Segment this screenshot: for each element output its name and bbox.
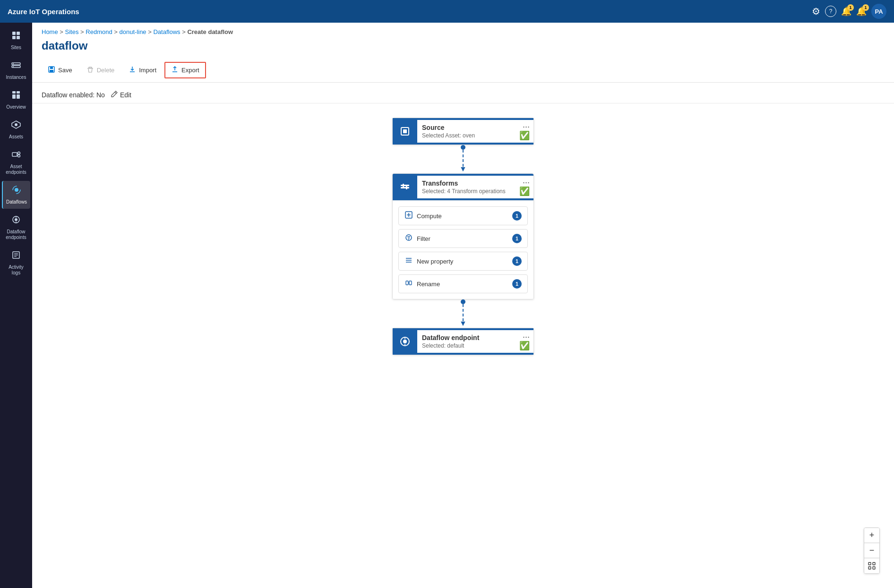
svg-rect-62: [873, 562, 875, 565]
sidebar-item-assets[interactable]: Assets: [2, 116, 30, 144]
filter-label: Filter: [417, 235, 430, 242]
svg-point-15: [18, 152, 20, 154]
svg-point-6: [13, 63, 14, 64]
sidebar-item-activity-logs[interactable]: Activity logs: [2, 246, 30, 280]
new-property-count: 1: [512, 256, 522, 266]
compute-label: Compute: [417, 213, 442, 220]
source-node[interactable]: Source Selected Asset: oven ··· ✅: [392, 118, 534, 145]
breadcrumb-redmond[interactable]: Redmond: [86, 28, 112, 35]
svg-rect-29: [50, 67, 53, 69]
avatar[interactable]: PA: [871, 4, 886, 19]
connector-dot-1: [461, 145, 465, 150]
notifications1-icon[interactable]: 🔔 1: [841, 6, 851, 17]
toolbar: Save Delete Import Export: [32, 58, 894, 83]
svg-rect-14: [12, 153, 17, 156]
sidebar-item-overview[interactable]: Overview: [2, 86, 30, 114]
svg-rect-64: [873, 567, 875, 569]
svg-point-7: [13, 66, 14, 67]
zoom-out-button[interactable]: −: [864, 543, 879, 558]
sidebar-item-asset-endpoints[interactable]: Asset endpoints: [2, 145, 30, 179]
breadcrumb-donut-line[interactable]: donut-line: [120, 28, 146, 35]
topnav: Azure IoT Operations ⚙ ? 🔔 1 🔔 1 PA: [0, 0, 894, 23]
topnav-title: Azure IoT Operations: [8, 8, 806, 16]
svg-rect-11: [17, 94, 20, 99]
svg-line-17: [17, 153, 18, 154]
delete-label: Delete: [97, 67, 115, 74]
svg-rect-3: [17, 36, 20, 39]
endpoint-subtitle: Selected: default: [422, 342, 529, 349]
sidebar-item-asset-endpoints-label: Asset endpoints: [4, 164, 28, 175]
instances-icon: [11, 60, 21, 73]
zoom-fit-button[interactable]: [864, 558, 879, 573]
svg-rect-42: [403, 184, 404, 187]
breadcrumb-current: Create dataflow: [187, 28, 233, 35]
rename-icon: [404, 279, 413, 289]
import-icon: [129, 66, 136, 75]
sidebar-item-instances-label: Instances: [6, 75, 26, 80]
edit-button[interactable]: Edit: [111, 90, 131, 99]
dataflows-icon: [11, 185, 22, 197]
transforms-icon-box: [393, 174, 417, 200]
sidebar-item-dataflows[interactable]: Dataflows: [2, 181, 30, 209]
dataflow-endpoints-icon: [11, 214, 21, 227]
connector-dot-2: [461, 299, 465, 304]
svg-line-18: [17, 155, 18, 156]
endpoint-title: Dataflow endpoint: [422, 334, 529, 341]
connector-2: ▼: [459, 299, 467, 328]
svg-rect-43: [406, 186, 407, 189]
svg-rect-41: [401, 187, 409, 188]
new-property-icon: [404, 256, 413, 266]
svg-line-37: [115, 92, 116, 94]
save-button[interactable]: Save: [42, 62, 78, 78]
sidebar-item-dataflow-endpoints-label: Dataflow endpoints: [4, 229, 28, 240]
svg-rect-8: [12, 91, 16, 94]
svg-point-16: [18, 155, 20, 157]
breadcrumb: Home > Sites > Redmond > donut-line > Da…: [32, 23, 894, 37]
compute-icon: [404, 211, 413, 221]
transform-item-rename[interactable]: Rename 1: [398, 274, 528, 293]
svg-rect-61: [868, 562, 871, 565]
export-button[interactable]: Export: [164, 62, 206, 78]
sidebar-item-dataflow-endpoints[interactable]: Dataflow endpoints: [2, 211, 30, 244]
endpoint-icon-box: [393, 328, 417, 355]
new-property-label: New property: [417, 258, 453, 265]
canvas-header: Dataflow enabled: No Edit: [32, 83, 894, 103]
svg-rect-1: [17, 32, 20, 35]
transform-item-compute[interactable]: Compute 1: [398, 206, 528, 225]
import-label: Import: [139, 67, 156, 74]
assets-icon: [11, 119, 21, 132]
edit-label: Edit: [120, 91, 131, 99]
transforms-check-icon: ✅: [519, 186, 530, 196]
svg-rect-54: [406, 281, 408, 285]
delete-button[interactable]: Delete: [80, 62, 121, 78]
settings-icon[interactable]: ⚙: [812, 6, 820, 17]
flow-container: Source Selected Asset: oven ··· ✅ ▼: [42, 118, 885, 355]
sidebar-item-sites-label: Sites: [11, 45, 21, 51]
import-button[interactable]: Import: [122, 62, 163, 78]
zoom-in-button[interactable]: +: [864, 528, 879, 543]
svg-point-21: [15, 218, 17, 221]
transform-item-new-property[interactable]: New property 1: [398, 252, 528, 271]
transform-item-filter[interactable]: Filter 1: [398, 229, 528, 248]
source-check-icon: ✅: [519, 130, 530, 141]
filter-count: 1: [512, 234, 522, 243]
sidebar-item-overview-label: Overview: [6, 104, 26, 110]
connector-arrow-1: ▼: [459, 165, 467, 173]
overview-icon: [11, 90, 21, 102]
transform-items-list: Compute 1 Filter 1: [393, 200, 533, 299]
breadcrumb-home[interactable]: Home: [42, 28, 58, 35]
transforms-title: Transforms: [422, 179, 529, 187]
sidebar-item-instances[interactable]: Instances: [2, 56, 30, 84]
endpoint-node[interactable]: Dataflow endpoint Selected: default ··· …: [392, 328, 534, 355]
asset-endpoints-icon: [11, 149, 21, 162]
svg-rect-40: [401, 185, 409, 186]
breadcrumb-dataflows[interactable]: Dataflows: [153, 28, 180, 35]
breadcrumb-sites[interactable]: Sites: [65, 28, 79, 35]
svg-rect-9: [17, 91, 20, 94]
sidebar-item-assets-label: Assets: [9, 134, 23, 140]
sidebar-item-sites[interactable]: Sites: [2, 26, 30, 54]
notifications2-icon[interactable]: 🔔 1: [856, 6, 867, 17]
save-label: Save: [58, 67, 72, 74]
transforms-node[interactable]: Transforms Selected: 4 Transform operati…: [392, 173, 534, 299]
help-icon[interactable]: ?: [825, 6, 836, 17]
